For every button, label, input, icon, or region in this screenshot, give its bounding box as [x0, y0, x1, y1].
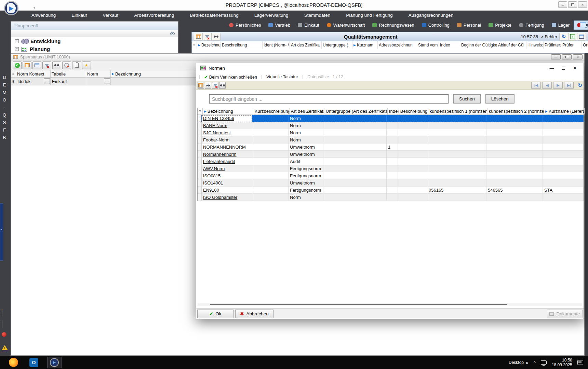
- column-header-kundenspezifisch-2-normzert-[interactable]: kundenspezifisch 2 (normzert): [487, 108, 544, 114]
- cell-kurzbeschreibung[interactable]: [252, 136, 289, 143]
- menu-item-lagerverwaltung[interactable]: Lagerverwaltung: [254, 13, 297, 18]
- cell-kund1[interactable]: [427, 144, 486, 150]
- cell-kund1[interactable]: [427, 122, 486, 129]
- column-header-untergruppe-[interactable]: Untergruppe (: [322, 41, 352, 49]
- cell-index[interactable]: [387, 165, 398, 172]
- close-button[interactable]: ×: [578, 1, 587, 8]
- maximize-button[interactable]: [558, 64, 569, 72]
- first-record-button[interactable]: |◀: [531, 82, 541, 89]
- window-button[interactable]: [577, 33, 586, 41]
- cell-kund1[interactable]: [427, 172, 486, 179]
- maximize-button[interactable]: [568, 1, 577, 8]
- cell-art[interactable]: Fertigungsnorm: [289, 187, 323, 193]
- table-row[interactable]: EN9100Fertigungsnorm056165546565STA: [198, 187, 584, 194]
- cell-index[interactable]: [387, 187, 398, 193]
- column-header-tabelle[interactable]: Tabelle: [51, 70, 86, 77]
- refresh-button[interactable]: ↻: [559, 33, 568, 41]
- cell-norm-kontext[interactable]: Idsdok …: [16, 78, 51, 85]
- column-header-adressbezeichnun[interactable]: Adressbezeichnun: [378, 41, 417, 49]
- cell-kund2[interactable]: [486, 151, 543, 158]
- normen-titlebar[interactable]: Normen — ✕: [196, 63, 584, 73]
- cell-kund2[interactable]: [486, 165, 543, 172]
- search-button[interactable]: [52, 62, 61, 69]
- column-header-index[interactable]: Index: [388, 108, 399, 114]
- tab-einkauf[interactable]: Einkauf: [294, 20, 322, 30]
- cell-kurzname[interactable]: STA: [543, 187, 584, 193]
- cell-bezeichnung[interactable]: ISO14001: [202, 179, 252, 186]
- column-header-ident-norm-[interactable]: Ident (Norm- /: [263, 41, 290, 49]
- cancel-button[interactable]: ✖ Abbrechen: [235, 310, 273, 318]
- clear-button[interactable]: Löschen: [485, 94, 514, 104]
- cell-kurzbeschreibung[interactable]: [252, 115, 289, 122]
- cell-bezeichnung[interactable]: ISO Goldhamster: [202, 194, 252, 201]
- table-row[interactable]: ISO14001Umweltnorm: [198, 179, 584, 187]
- collapse-button[interactable]: ▸|◂: [205, 82, 211, 89]
- cell-kund2[interactable]: [486, 122, 543, 129]
- menu-item-einkauf[interactable]: Einkauf: [71, 13, 95, 18]
- cell-untergruppe[interactable]: [323, 151, 387, 158]
- cell-bezeichnung[interactable]: Lieferantenaudit: [202, 158, 252, 165]
- cell-bezeichnung[interactable]: EN9100: [202, 187, 252, 193]
- menu-item-ausgangsrechnungen[interactable]: Ausgangsrechnungen: [409, 13, 462, 18]
- tab-rechnungswesen[interactable]: Rechnungswesen: [369, 20, 417, 30]
- cell-beschreibung[interactable]: [398, 122, 427, 129]
- menu-item-planung-und-fertigung[interactable]: Planung und Fertigung: [346, 13, 401, 18]
- cell-kund1[interactable]: 056165: [427, 187, 486, 193]
- clipboard-button[interactable]: [72, 62, 81, 69]
- cell-index[interactable]: [387, 172, 398, 179]
- cell-art[interactable]: Umweltnorm: [289, 144, 323, 150]
- cell-bezeichnung[interactable]: Normannennorm: [202, 151, 252, 158]
- tab-warenwirtschaft[interactable]: Warenwirtschaft: [323, 20, 369, 30]
- column-header-hinweis-[interactable]: Hinweis:: [526, 41, 544, 49]
- expand-icon[interactable]: +: [15, 39, 19, 43]
- cell-kund1[interactable]: [427, 115, 486, 122]
- cell-art[interactable]: Norm: [289, 129, 323, 136]
- menu-item-stammdaten[interactable]: Stammdaten: [304, 13, 339, 18]
- prodat-taskbar-button[interactable]: ▶: [47, 357, 62, 368]
- cell-untergruppe[interactable]: [323, 194, 387, 201]
- tab-fertigung[interactable]: Fertigung: [516, 20, 548, 30]
- lookup-button[interactable]: …: [44, 78, 50, 84]
- cell-kurzname[interactable]: [543, 144, 584, 150]
- cell-art[interactable]: Audit: [289, 158, 323, 165]
- menu-item-verkauf[interactable]: Verkauf: [103, 13, 126, 18]
- cell-kund2[interactable]: [486, 115, 543, 122]
- preview-button[interactable]: [169, 31, 175, 36]
- tray-expand-button[interactable]: ^: [534, 360, 536, 365]
- firefox-taskbar-button[interactable]: [6, 357, 21, 368]
- cell-kund1[interactable]: [427, 179, 486, 186]
- cell-untergruppe[interactable]: [323, 122, 387, 129]
- table-row[interactable]: Foobar-NormNorm: [198, 136, 584, 144]
- column-header-kurzbeschreibung[interactable]: Kurzbeschreibung: [253, 108, 290, 114]
- cell-index[interactable]: [387, 151, 398, 158]
- cell-kund2[interactable]: 546565: [486, 187, 543, 193]
- scan-button[interactable]: [62, 62, 71, 69]
- cell-kurzbeschreibung[interactable]: [252, 172, 289, 179]
- close-button[interactable]: ×: [573, 54, 583, 59]
- cell-beschreibung[interactable]: [398, 165, 427, 172]
- column-header-art-des-zertifikats[interactable]: Art des Zertifikats: [290, 108, 324, 114]
- table-row[interactable]: AWV.NormFertigungsnorm: [198, 165, 584, 172]
- cell-beschreibung[interactable]: [398, 115, 427, 122]
- cell-bezeichnung[interactable]: BANF-Norm: [202, 122, 252, 129]
- table-shortcut-icon[interactable]: [2, 310, 2, 316]
- cell-index[interactable]: [387, 158, 398, 165]
- prodat-logo[interactable]: ▶: [4, 1, 18, 15]
- cell-kurzname[interactable]: [543, 122, 584, 129]
- window-shortcut-icon[interactable]: [2, 322, 2, 328]
- column-header-ort-ordn[interactable]: Ort / Ordn: [582, 41, 588, 49]
- table-button[interactable]: [198, 82, 204, 89]
- documents-button[interactable]: Dokumente: [547, 310, 583, 318]
- action-center-icon[interactable]: [577, 360, 583, 365]
- cell-kurzname[interactable]: [543, 136, 584, 143]
- cell-art[interactable]: Norm: [289, 136, 323, 143]
- cell-untergruppe[interactable]: [323, 115, 387, 122]
- cell-kurzbeschreibung[interactable]: [252, 194, 289, 201]
- column-header-kundenspezifisch-1-normzert-[interactable]: kundenspezifisch 1 (normzert): [428, 108, 487, 114]
- cell-norm[interactable]: …: [86, 78, 111, 85]
- cell-kurzname[interactable]: [543, 194, 584, 201]
- cell-art[interactable]: Norm: [289, 115, 323, 122]
- cell-untergruppe[interactable]: [323, 179, 387, 186]
- column-header-pr-fer[interactable]: Prüfer: [561, 41, 582, 49]
- cell-kund2[interactable]: [486, 158, 543, 165]
